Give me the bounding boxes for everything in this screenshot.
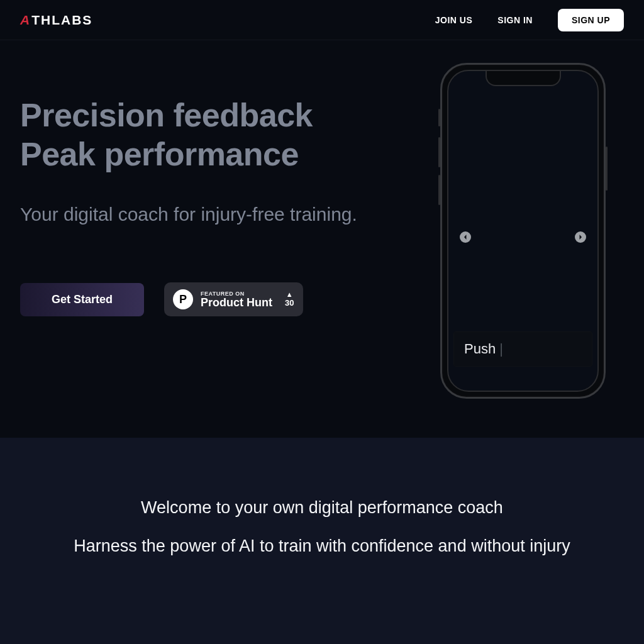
get-started-button[interactable]: Get Started	[20, 283, 144, 316]
phone-side-button	[606, 147, 608, 191]
exercise-search-input[interactable]: Push|	[453, 331, 592, 367]
phone-screen: Push|	[447, 70, 599, 392]
header: ATHLABS JOIN US SIGN IN SIGN UP	[0, 0, 644, 40]
brand-logo[interactable]: ATHLABS	[20, 13, 92, 28]
cta-row: Get Started P FEATURED ON Product Hunt ▲…	[20, 282, 379, 316]
carousel-next-button[interactable]	[575, 231, 586, 243]
vote-count: 30	[285, 298, 294, 308]
intro-line-1: Welcome to your own digital performance …	[20, 498, 624, 518]
phone-side-button	[438, 175, 440, 205]
hero-title-line1: Precision feedback	[20, 96, 379, 135]
text-cursor-icon: |	[499, 341, 503, 357]
hero-copy: Precision feedback Peak performance Your…	[20, 70, 379, 438]
nav-signin-link[interactable]: SIGN IN	[497, 15, 533, 25]
exercise-label-text: Push	[464, 341, 496, 357]
carousel-prev-button[interactable]	[460, 231, 471, 243]
hero-title: Precision feedback Peak performance	[20, 96, 379, 174]
hero-visual: Push|	[379, 70, 644, 438]
brand-name: THLABS	[31, 13, 92, 28]
intro-line-2: Harness the power of AI to train with co…	[20, 536, 624, 556]
phone-side-button	[438, 109, 440, 126]
product-hunt-icon: P	[173, 289, 193, 309]
product-hunt-text: FEATURED ON Product Hunt	[201, 291, 272, 309]
hero-section: Precision feedback Peak performance Your…	[0, 40, 644, 438]
product-hunt-name: Product Hunt	[201, 297, 272, 309]
upvote-icon: ▲	[286, 291, 293, 298]
phone-side-button	[438, 137, 440, 167]
hero-subtitle: Your digital coach for injury-free train…	[20, 202, 360, 228]
product-hunt-badge[interactable]: P FEATURED ON Product Hunt ▲ 30	[164, 282, 303, 316]
intro-section: Welcome to your own digital performance …	[0, 438, 644, 644]
nav-join-link[interactable]: JOIN US	[435, 15, 473, 25]
chevron-right-icon	[577, 234, 584, 240]
brand-mark-icon: A	[20, 13, 31, 28]
primary-nav: JOIN US SIGN IN SIGN UP	[435, 9, 624, 31]
chevron-left-icon	[462, 234, 469, 240]
product-hunt-votes: ▲ 30	[285, 291, 294, 308]
phone-notch	[486, 71, 561, 86]
signup-button[interactable]: SIGN UP	[558, 9, 624, 31]
phone-mockup: Push|	[440, 63, 606, 399]
hero-title-line2: Peak performance	[20, 135, 379, 174]
